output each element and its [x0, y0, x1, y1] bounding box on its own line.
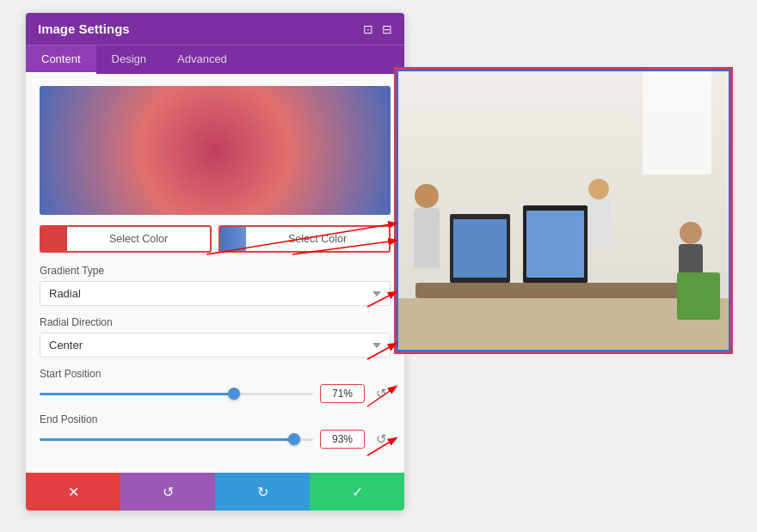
window-light	[643, 71, 711, 174]
save-button[interactable]: ✓	[310, 473, 404, 511]
color-swatch-1	[41, 227, 67, 251]
panel-title: Image Settings	[38, 21, 130, 36]
desk	[415, 283, 711, 298]
gradient-type-label: Gradient Type	[40, 265, 391, 277]
end-position-reset-button[interactable]: ↺	[372, 430, 391, 449]
image-background	[398, 71, 729, 350]
color-swatch-2	[220, 227, 246, 251]
person-3-head	[680, 222, 702, 244]
end-position-track[interactable]	[40, 438, 313, 441]
columns-icon[interactable]: ⊟	[382, 22, 392, 36]
person-1	[414, 184, 440, 268]
person-2	[588, 179, 610, 247]
panel-tabs: Content Design Advanced	[26, 45, 404, 74]
color-selectors: Select Color Select Color	[40, 225, 391, 253]
end-position-input[interactable]	[320, 430, 365, 449]
color-selector-1-label: Select Color	[67, 233, 210, 245]
start-position-fill	[40, 393, 234, 395]
start-position-reset-button[interactable]: ↺	[372, 384, 391, 403]
start-position-input[interactable]	[320, 384, 365, 403]
panel-header-icons: ⊡ ⊟	[363, 22, 392, 36]
person-2-head	[588, 179, 609, 199]
panel-body: Select Color Select Color Gradient Type …	[26, 74, 404, 473]
settings-panel: Image Settings ⊡ ⊟ Content Design Advanc…	[26, 13, 404, 511]
end-position-label: End Position	[40, 413, 391, 425]
person-1-head	[415, 184, 439, 208]
cancel-button[interactable]: ✕	[26, 473, 120, 511]
monitor-2-screen	[526, 211, 584, 278]
monitor-1-screen	[453, 219, 507, 278]
start-position-label: Start Position	[40, 368, 391, 380]
start-position-track[interactable]	[40, 393, 313, 395]
tab-advanced[interactable]: Advanced	[162, 46, 243, 74]
color-selector-2[interactable]: Select Color	[218, 225, 391, 253]
gradient-type-select[interactable]: Radial Linear Circular Conic	[40, 281, 391, 306]
radial-direction-label: Radial Direction	[40, 316, 391, 328]
tab-content[interactable]: Content	[26, 46, 96, 74]
radial-direction-select[interactable]: Center Top Left Top Right Bottom Left Bo…	[40, 333, 391, 358]
end-position-group: End Position ↺	[40, 413, 391, 449]
gradient-type-group: Gradient Type Radial Linear Circular Con…	[40, 265, 391, 306]
chair	[677, 272, 720, 320]
color-selector-2-label: Select Color	[246, 233, 389, 245]
person-2-body	[588, 199, 610, 247]
start-position-slider-row: ↺	[40, 384, 391, 403]
undo-button[interactable]: ↺	[120, 473, 215, 511]
panel-header: Image Settings ⊡ ⊟	[26, 13, 404, 45]
person-1-body	[414, 208, 440, 268]
end-position-fill	[40, 438, 294, 441]
color-selector-1[interactable]: Select Color	[40, 225, 212, 253]
monitor-2	[523, 205, 588, 283]
image-area	[396, 69, 731, 352]
radial-direction-group: Radial Direction Center Top Left Top Rig…	[40, 316, 391, 358]
gradient-preview	[40, 86, 391, 215]
expand-icon[interactable]: ⊡	[363, 22, 373, 36]
tab-design[interactable]: Design	[96, 46, 162, 74]
start-position-thumb[interactable]	[228, 388, 240, 400]
start-position-group: Start Position ↺	[40, 368, 391, 403]
end-position-slider-row: ↺	[40, 430, 391, 449]
redo-button[interactable]: ↻	[215, 473, 310, 511]
end-position-thumb[interactable]	[288, 433, 300, 445]
panel-toolbar: ✕ ↺ ↻ ✓	[26, 473, 404, 511]
monitor-1	[450, 214, 510, 283]
